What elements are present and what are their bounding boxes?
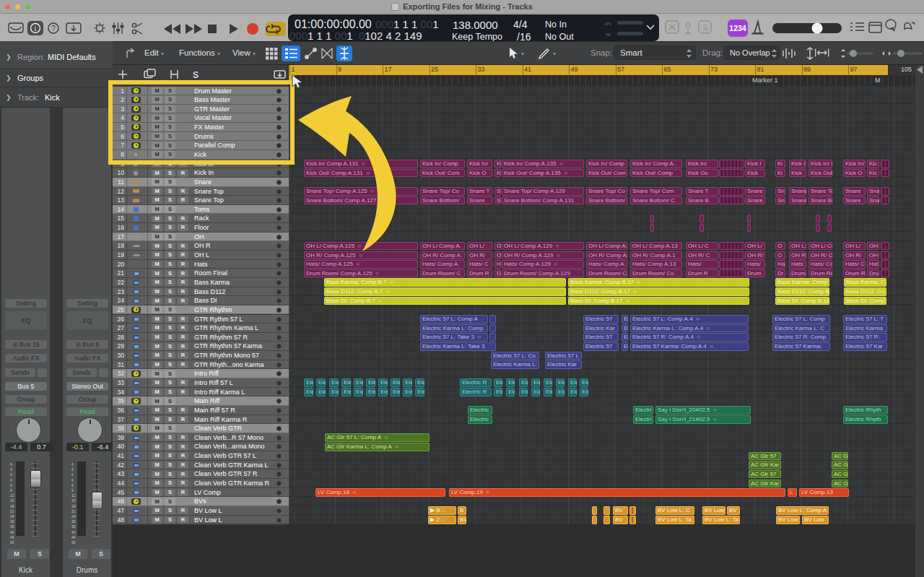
svg-text:S: S — [702, 24, 707, 32]
svg-text:S: S — [193, 70, 199, 80]
svg-text:i: i — [35, 25, 37, 32]
svg-text:▾: ▾ — [521, 51, 524, 57]
svg-text:1234: 1234 — [729, 24, 746, 32]
svg-text:▾: ▾ — [553, 51, 556, 57]
svg-text:?: ? — [51, 25, 56, 32]
